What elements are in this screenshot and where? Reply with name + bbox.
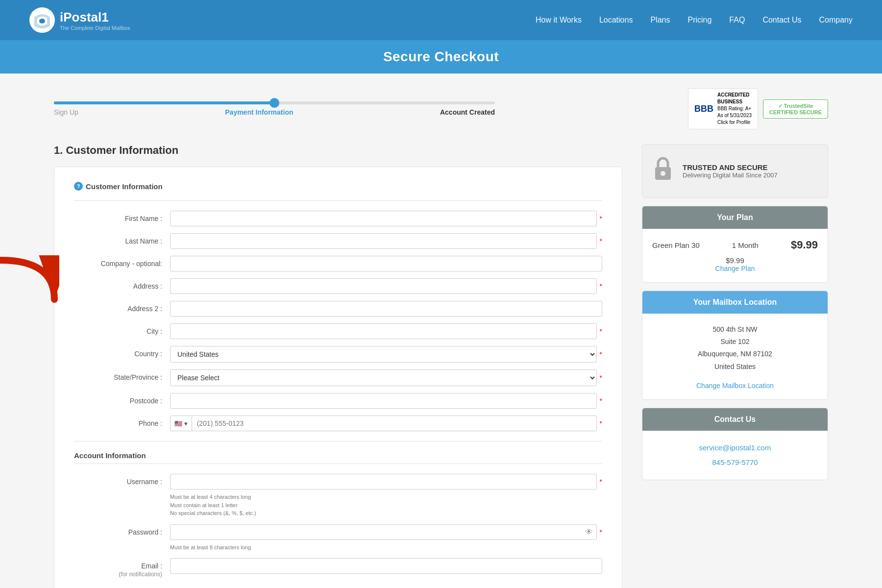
red-arrow [0,255,59,316]
your-plan-widget: Your Plan Green Plan 30 1 Month $9.99 $9… [642,206,828,283]
form-row-postcode: Postcode : * [74,393,602,409]
postcode-label: Postcode : [74,393,162,405]
city-input[interactable] [170,323,597,339]
form-row-city: City : * [74,323,602,339]
form-card: ? Customer Information First Name : * La… [54,167,622,588]
change-mailbox-link[interactable]: Change Mailbox Location [652,382,818,390]
progress-step2: Payment Information [225,108,293,116]
sidebar: TRUSTED AND SECURE Delivering Digital Ma… [642,144,828,488]
contact-widget: Contact Us service@ipostal1.com 845-579-… [642,408,828,480]
main-nav: How it Works Locations Plans Pricing FAQ… [536,16,853,24]
username-label: Username : [74,474,162,486]
nav-company[interactable]: Company [819,16,853,24]
phone-input-group: 🇺🇸 ▾ [170,416,597,431]
plan-name: Green Plan 30 [652,241,700,249]
form-row-email: Email : (for notifications) [74,558,602,578]
nav-how-it-works[interactable]: How it Works [536,16,582,24]
password-field-wrapper: 👁 [170,524,597,540]
city-label: City : [74,323,162,335]
password-label: Password : [74,524,162,536]
form-row-country: Country : United States Canada United Ki… [74,346,602,363]
trusted-text: TRUSTED AND SECURE Delivering Digital Ma… [683,163,778,179]
contact-email[interactable]: service@ipostal1.com [652,441,818,455]
progress-step3: Account Created [440,108,495,116]
last-name-required: * [600,237,602,245]
form-row-phone: Phone : 🇺🇸 ▾ * [74,416,602,431]
nav-pricing[interactable]: Pricing [687,16,711,24]
page-title-bar: Secure Checkout [0,40,882,74]
account-info-title: Account Information [74,451,602,460]
form-row-password: Password : 👁 * Must be at least 8 charac… [74,524,602,552]
form-row-address2: Address 2 : [74,301,602,317]
plan-details-row: Green Plan 30 1 Month $9.99 [652,239,818,251]
address2-input[interactable] [170,301,602,317]
postcode-required: * [600,397,602,405]
country-select[interactable]: United States Canada United Kingdom [170,346,597,363]
help-icon[interactable]: ? [74,182,83,191]
phone-flag[interactable]: 🇺🇸 ▾ [171,416,192,431]
trusted-widget: TRUSTED AND SECURE Delivering Digital Ma… [642,144,828,198]
form-row-state: State/Province : Please Select Alabama A… [74,369,602,386]
email-label: Email : (for notifications) [74,558,162,578]
trustedsite-badge[interactable]: ✓ TrustedSiteCERTIFIED SECURE [763,99,828,119]
form-section: 1. Customer Information ? [54,144,622,588]
nav-contact-us[interactable]: Contact Us [762,16,801,24]
logo-name: iPostal1 [60,10,130,25]
last-name-label: Last Name : [74,233,162,245]
mailbox-widget: Your Mailbox Location 500 4th St NW Suit… [642,291,828,400]
bbb-logo: BBB [694,104,713,114]
lock-icon [652,155,674,187]
change-plan-link[interactable]: Change Plan [652,265,818,272]
password-input[interactable] [170,524,597,540]
username-hints: Must be at least 4 characters long Must … [170,493,256,517]
nav-plans[interactable]: Plans [650,16,670,24]
password-toggle-icon[interactable]: 👁 [585,528,593,537]
form-row-last-name: Last Name : * [74,233,602,249]
trust-badges: BBB ACCREDITEDBUSINESS BBB Rating: A+ As… [688,88,828,129]
logo[interactable]: iPostal1 The Complete Digital Mailbox [29,7,130,33]
progress-bar: Sign Up Payment Information Account Crea… [54,101,495,116]
contact-body: service@ipostal1.com 845-579-5770 [642,431,828,480]
svg-point-4 [661,171,665,176]
bbb-badge[interactable]: BBB ACCREDITEDBUSINESS BBB Rating: A+ As… [688,88,758,129]
first-name-required: * [600,215,602,222]
phone-label: Phone : [74,416,162,427]
company-input[interactable] [170,256,602,271]
logo-icon [29,7,55,33]
plan-duration: 1 Month [732,241,759,249]
page-title: Secure Checkout [9,49,873,65]
first-name-input[interactable] [170,211,597,226]
username-input[interactable] [170,474,597,490]
form-row-address: Address : * [74,278,602,294]
nav-faq[interactable]: FAQ [729,16,745,24]
address-input[interactable] [170,278,597,294]
password-hint: Must be at least 8 characters long [170,543,251,552]
nav-locations[interactable]: Locations [599,16,633,24]
state-select[interactable]: Please Select Alabama Alaska Arizona New… [170,369,597,386]
address-label: Address : [74,278,162,290]
address-required: * [600,282,602,290]
state-label: State/Province : [74,369,162,381]
contact-phone[interactable]: 845-579-5770 [652,455,818,470]
city-required: * [600,327,602,335]
contact-links: service@ipostal1.com 845-579-5770 [652,441,818,470]
phone-input[interactable] [192,416,596,431]
mailbox-body: 500 4th St NW Suite 102 Albuquerque, NM … [642,314,828,399]
country-required: * [600,350,602,358]
location-text: 500 4th St NW Suite 102 Albuquerque, NM … [652,323,818,373]
form-row-first-name: First Name : * [74,211,602,226]
contact-header: Contact Us [642,408,828,431]
postcode-input[interactable] [170,393,597,409]
country-label: Country : [74,346,162,358]
first-name-label: First Name : [74,211,162,222]
progress-step1: Sign Up [54,108,78,116]
plan-price: $9.99 [791,239,818,251]
form-card-title: ? Customer Information [74,182,602,191]
email-input[interactable] [170,558,602,574]
last-name-input[interactable] [170,233,597,249]
header: iPostal1 The Complete Digital Mailbox Ho… [0,0,882,40]
svg-point-1 [39,19,45,24]
logo-sub: The Complete Digital Mailbox [60,25,130,31]
username-required: * [600,478,602,486]
company-label: Company - optional: [74,256,162,268]
